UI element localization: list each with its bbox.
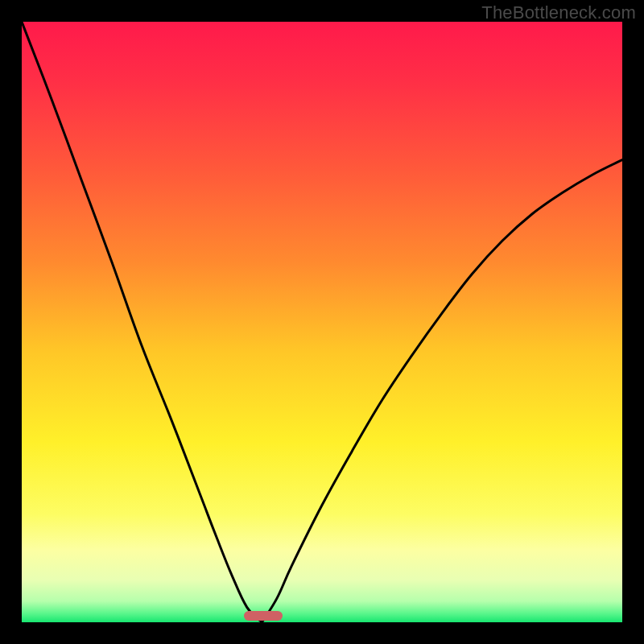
chart-frame: TheBottleneck.com [0, 0, 644, 644]
optimum-marker [244, 611, 283, 621]
bottleneck-curves [22, 22, 622, 622]
plot-area [22, 22, 622, 622]
curve-left-branch [22, 22, 262, 622]
curve-right-branch [262, 160, 622, 622]
watermark-text: TheBottleneck.com [481, 2, 636, 23]
